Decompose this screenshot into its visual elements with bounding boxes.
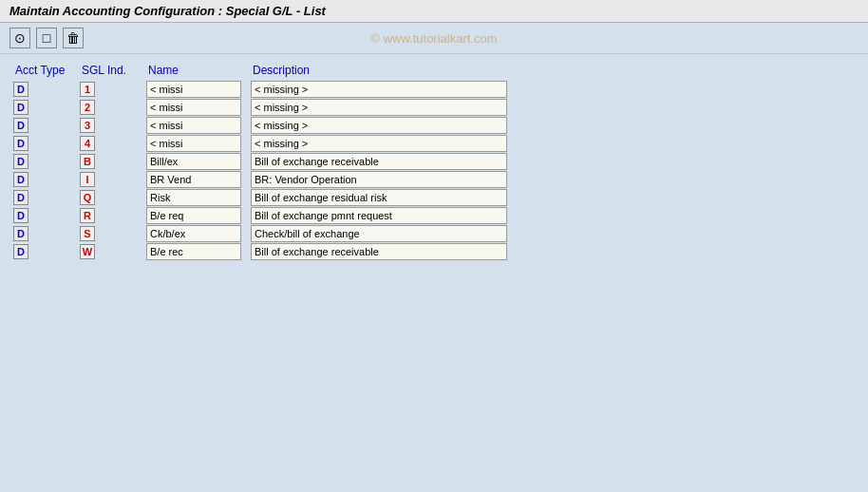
cell-name-6 [146, 189, 251, 206]
acct-badge-1: D [13, 100, 28, 115]
watermark: © www.tutorialkart.com [370, 31, 497, 46]
table-row: D Q [13, 189, 855, 206]
table-row: D 3 [13, 117, 855, 134]
desc-input-2[interactable] [251, 117, 507, 134]
acct-badge-4: D [13, 154, 28, 169]
name-input-1[interactable] [146, 99, 241, 116]
cell-sgl-1: 2 [80, 100, 146, 115]
cell-sgl-8: S [80, 226, 146, 241]
sgl-badge-7: R [80, 208, 95, 223]
cell-desc-9 [251, 243, 517, 260]
cell-acct-8: D [13, 226, 80, 241]
main-content: Acct Type SGL Ind. Name Description D 1 … [0, 54, 868, 271]
cell-sgl-4: B [80, 154, 146, 169]
name-input-8[interactable] [146, 225, 241, 242]
desc-input-6[interactable] [251, 189, 507, 206]
name-input-4[interactable] [146, 153, 241, 170]
cell-name-5 [146, 171, 251, 188]
name-input-9[interactable] [146, 243, 241, 260]
table-row: D 4 [13, 135, 855, 152]
sgl-badge-9: W [80, 244, 95, 259]
cell-acct-1: D [13, 100, 80, 115]
desc-input-5[interactable] [251, 171, 507, 188]
acct-badge-8: D [13, 226, 28, 241]
cell-desc-5 [251, 171, 517, 188]
cell-name-8 [146, 225, 251, 242]
cell-sgl-3: 4 [80, 136, 146, 151]
sgl-badge-1: 2 [80, 100, 95, 115]
cell-sgl-5: I [80, 172, 146, 187]
sgl-badge-8: S [80, 226, 95, 241]
name-input-6[interactable] [146, 189, 241, 206]
table-row: D S [13, 225, 855, 242]
acct-badge-7: D [13, 208, 28, 223]
col-header-name: Name [148, 64, 253, 77]
cell-acct-4: D [13, 154, 80, 169]
table-row: D W [13, 243, 855, 260]
cell-sgl-9: W [80, 244, 146, 259]
acct-badge-5: D [13, 172, 28, 187]
toolbar: ⊙ □ 🗑 © www.tutorialkart.com [0, 23, 868, 54]
acct-badge-3: D [13, 136, 28, 151]
sgl-badge-0: 1 [80, 82, 95, 97]
col-header-acct: Acct Type [15, 64, 82, 77]
cell-acct-2: D [13, 118, 80, 133]
page-title: Maintain Accounting Configuration : Spec… [9, 4, 326, 18]
delete-button[interactable]: 🗑 [63, 28, 84, 48]
sgl-badge-4: B [80, 154, 95, 169]
cell-sgl-7: R [80, 208, 146, 223]
cell-acct-0: D [13, 82, 80, 97]
desc-input-4[interactable] [251, 153, 507, 170]
cell-desc-2 [251, 117, 517, 134]
cell-sgl-0: 1 [80, 82, 146, 97]
cell-desc-7 [251, 207, 517, 224]
sgl-badge-3: 4 [80, 136, 95, 151]
cell-acct-6: D [13, 190, 80, 205]
cell-name-4 [146, 153, 251, 170]
cell-desc-8 [251, 225, 517, 242]
data-table: D 1 D 2 D 3 [13, 81, 855, 260]
name-input-5[interactable] [146, 171, 241, 188]
desc-input-3[interactable] [251, 135, 507, 152]
cell-desc-3 [251, 135, 517, 152]
desc-input-1[interactable] [251, 99, 507, 116]
cell-desc-0 [251, 81, 517, 98]
acct-badge-0: D [13, 82, 28, 97]
sgl-badge-6: Q [80, 190, 95, 205]
cell-name-7 [146, 207, 251, 224]
acct-badge-9: D [13, 244, 28, 259]
cell-acct-5: D [13, 172, 80, 187]
desc-input-9[interactable] [251, 243, 507, 260]
cell-acct-3: D [13, 136, 80, 151]
table-row: D I [13, 171, 855, 188]
cell-name-9 [146, 243, 251, 260]
copy-button[interactable]: □ [36, 28, 57, 48]
cell-name-1 [146, 99, 251, 116]
acct-badge-2: D [13, 118, 28, 133]
cell-desc-4 [251, 153, 517, 170]
table-row: D 1 [13, 81, 855, 98]
col-header-desc: Description [253, 64, 519, 77]
desc-input-0[interactable] [251, 81, 507, 98]
cell-name-3 [146, 135, 251, 152]
desc-input-7[interactable] [251, 207, 507, 224]
title-bar: Maintain Accounting Configuration : Spec… [0, 0, 868, 23]
sgl-badge-2: 3 [80, 118, 95, 133]
name-input-0[interactable] [146, 81, 241, 98]
table-row: D 2 [13, 99, 855, 116]
cell-name-0 [146, 81, 251, 98]
cell-name-2 [146, 117, 251, 134]
cell-desc-1 [251, 99, 517, 116]
refresh-button[interactable]: ⊙ [9, 28, 30, 48]
table-row: D R [13, 207, 855, 224]
name-input-3[interactable] [146, 135, 241, 152]
desc-input-8[interactable] [251, 225, 507, 242]
sgl-badge-5: I [80, 172, 95, 187]
acct-badge-6: D [13, 190, 28, 205]
column-headers: Acct Type SGL Ind. Name Description [13, 64, 855, 77]
name-input-2[interactable] [146, 117, 241, 134]
name-input-7[interactable] [146, 207, 241, 224]
cell-sgl-2: 3 [80, 118, 146, 133]
table-row: D B [13, 153, 855, 170]
cell-sgl-6: Q [80, 190, 146, 205]
